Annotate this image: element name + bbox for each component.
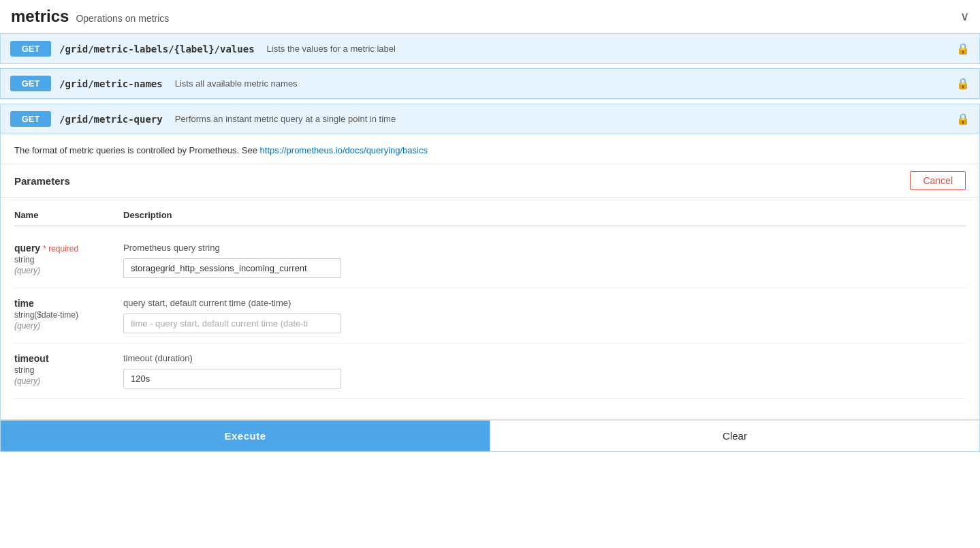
- param-description-time: query start, default current time (date-…: [123, 298, 966, 308]
- param-row-time: time string($date-time) (query) query st…: [14, 288, 966, 344]
- clear-button[interactable]: Clear: [490, 421, 979, 451]
- col-header-name: Name: [14, 210, 110, 220]
- endpoint-desc-labels: Lists the values for a metric label: [267, 44, 396, 54]
- param-name-col-time: time string($date-time) (query): [14, 298, 110, 333]
- get-badge-query: GET: [10, 111, 51, 127]
- param-desc-col-time: query start, default current time (date-…: [123, 298, 966, 333]
- page-header: metrics Operations on metrics ∨: [0, 0, 980, 33]
- collapse-icon[interactable]: ∨: [960, 9, 969, 24]
- param-name-col-timeout: timeout string (query): [14, 353, 110, 389]
- endpoint-metric-query[interactable]: GET /grid/metric-query Performs an insta…: [0, 104, 980, 134]
- page-title: metrics: [11, 7, 69, 26]
- param-type-query: string: [14, 255, 110, 264]
- expanded-panel: The format of metric queries is controll…: [0, 134, 980, 452]
- execute-button[interactable]: Execute: [1, 421, 490, 451]
- param-type-timeout: string: [14, 365, 110, 375]
- endpoint-metric-names[interactable]: GET /grid/metric-names Lists all availab…: [0, 68, 980, 99]
- params-title: Parameters: [14, 175, 70, 187]
- lock-icon-labels: 🔒: [956, 42, 970, 55]
- params-header: Parameters Cancel: [1, 164, 979, 198]
- prometheus-info: The format of metric queries is controll…: [1, 134, 979, 164]
- param-name-timeout: timeout: [14, 353, 49, 364]
- param-input-timeout[interactable]: [123, 369, 341, 389]
- param-row-query: query* required string (query) Prometheu…: [14, 233, 966, 288]
- param-input-time[interactable]: [123, 314, 341, 333]
- param-desc-col-query: Prometheus query string: [123, 243, 966, 278]
- param-description-query: Prometheus query string: [123, 243, 966, 253]
- endpoint-path-names: /grid/metric-names: [59, 78, 163, 89]
- param-name-time: time: [14, 298, 34, 309]
- params-col-headers: Name Description: [14, 204, 966, 226]
- page-subtitle: Operations on metrics: [76, 13, 169, 24]
- param-location-timeout: (query): [14, 376, 110, 386]
- required-label-query: * required: [43, 244, 78, 254]
- param-name-query: query: [14, 243, 40, 254]
- param-name-col-query: query* required string (query): [14, 243, 110, 278]
- param-input-query[interactable]: [123, 258, 341, 278]
- lock-icon-query: 🔒: [956, 112, 970, 125]
- param-type-time: string($date-time): [14, 310, 110, 320]
- prometheus-text-before: The format of metric queries is controll…: [14, 145, 260, 155]
- prometheus-link[interactable]: https://prometheus.io/docs/querying/basi…: [260, 145, 428, 155]
- param-location-query: (query): [14, 266, 110, 275]
- endpoint-metric-labels[interactable]: GET /grid/metric-labels/{label}/values L…: [0, 33, 980, 64]
- get-badge-names: GET: [10, 76, 51, 91]
- cancel-button[interactable]: Cancel: [910, 171, 966, 190]
- action-bar: Execute Clear: [1, 419, 979, 451]
- param-description-timeout: timeout (duration): [123, 353, 966, 363]
- param-location-time: (query): [14, 321, 110, 331]
- endpoint-path-labels: /grid/metric-labels/{label}/values: [59, 44, 255, 55]
- col-header-desc: Description: [123, 210, 966, 220]
- param-row-timeout: timeout string (query) timeout (duration…: [14, 344, 966, 399]
- lock-icon-names: 🔒: [956, 77, 970, 90]
- param-desc-col-timeout: timeout (duration): [123, 353, 966, 389]
- get-badge-labels: GET: [10, 41, 51, 57]
- params-table: Name Description query* required string …: [1, 198, 979, 412]
- endpoint-path-query: /grid/metric-query: [59, 114, 163, 125]
- endpoint-desc-names: Lists all available metric names: [175, 78, 298, 89]
- endpoint-desc-query: Performs an instant metric query at a si…: [175, 114, 396, 124]
